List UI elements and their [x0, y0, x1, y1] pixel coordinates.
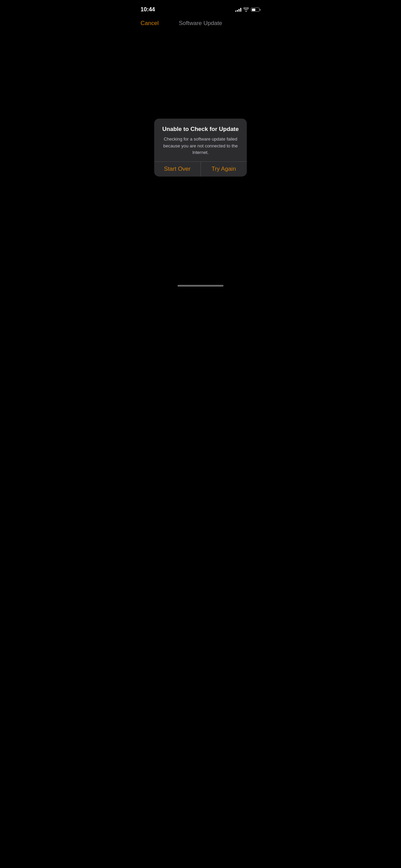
cancel-button[interactable]: Cancel — [141, 20, 159, 27]
wifi-icon — [243, 8, 249, 12]
battery-body — [251, 8, 259, 12]
page-title: Software Update — [179, 20, 222, 27]
main-content: Unable to Check for Update Checking for … — [134, 119, 267, 177]
alert-content: Unable to Check for Update Checking for … — [154, 119, 247, 161]
alert-buttons: Start Over Try Again — [154, 161, 247, 177]
nav-bar: Cancel Software Update — [134, 17, 267, 31]
signal-bar-2 — [237, 10, 238, 12]
alert-message: Checking for a software update failed be… — [160, 136, 241, 156]
signal-bar-1 — [235, 11, 236, 12]
status-time: 10:44 — [141, 6, 155, 13]
alert-title: Unable to Check for Update — [160, 125, 241, 133]
home-indicator — [178, 285, 223, 287]
try-again-button[interactable]: Try Again — [201, 161, 247, 177]
signal-bar-3 — [239, 9, 240, 12]
battery-icon — [251, 8, 260, 12]
signal-bar-4 — [240, 8, 241, 12]
battery-tip — [260, 9, 260, 11]
battery-fill — [252, 9, 255, 11]
status-bar: 10:44 — [134, 0, 267, 17]
status-icons — [235, 8, 260, 12]
alert-dialog: Unable to Check for Update Checking for … — [154, 119, 247, 177]
start-over-button[interactable]: Start Over — [154, 161, 201, 177]
signal-icon — [235, 8, 241, 12]
